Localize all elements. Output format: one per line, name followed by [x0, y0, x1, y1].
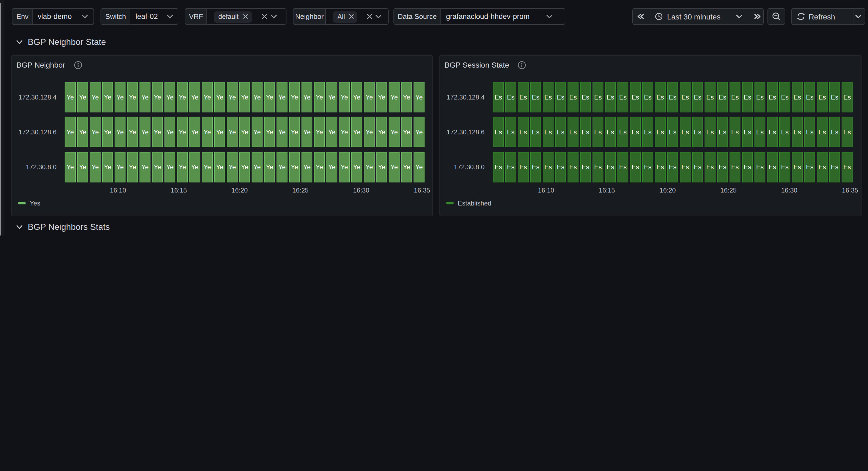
- svg-text:Es: Es: [556, 93, 564, 101]
- svg-text:Ye: Ye: [191, 163, 198, 171]
- svg-text:Es: Es: [843, 93, 851, 101]
- svg-text:Ye: Ye: [341, 128, 348, 136]
- svg-text:Es: Es: [706, 93, 714, 101]
- svg-text:Es: Es: [756, 128, 764, 136]
- svg-text:Ye: Ye: [203, 93, 211, 101]
- svg-text:Es: Es: [693, 163, 701, 171]
- svg-text:Es: Es: [793, 93, 801, 101]
- svg-text:Es: Es: [556, 163, 564, 171]
- svg-text:Ye: Ye: [278, 163, 285, 171]
- svg-text:Es: Es: [556, 128, 564, 136]
- svg-text:Es: Es: [756, 93, 764, 101]
- svg-text:Es: Es: [781, 93, 788, 101]
- svg-text:Es: Es: [706, 128, 714, 136]
- svg-text:Ye: Ye: [91, 93, 99, 101]
- svg-text:Ye: Ye: [228, 93, 236, 101]
- svg-text:Es: Es: [793, 163, 801, 171]
- svg-text:Ye: Ye: [91, 163, 99, 171]
- svg-text:Ye: Ye: [91, 128, 99, 136]
- svg-text:Ye: Ye: [129, 128, 136, 136]
- svg-text:Ye: Ye: [353, 128, 360, 136]
- svg-text:Es: Es: [743, 163, 751, 171]
- svg-text:Ye: Ye: [241, 128, 248, 136]
- svg-text:Ye: Ye: [191, 93, 198, 101]
- svg-text:Ye: Ye: [104, 128, 111, 136]
- svg-text:Es: Es: [731, 128, 739, 136]
- svg-text:Es: Es: [656, 163, 664, 171]
- svg-text:Ye: Ye: [191, 128, 198, 136]
- svg-text:172.30.128.6: 172.30.128.6: [446, 128, 484, 136]
- svg-text:16:15: 16:15: [170, 186, 187, 194]
- svg-text:Ye: Ye: [228, 163, 236, 171]
- svg-text:Es: Es: [843, 128, 851, 136]
- svg-text:Es: Es: [507, 163, 514, 171]
- svg-text:Es: Es: [781, 163, 788, 171]
- svg-text:Es: Es: [681, 93, 688, 101]
- svg-text:Es: Es: [644, 93, 651, 101]
- svg-text:Es: Es: [818, 93, 826, 101]
- svg-text:Es: Es: [818, 163, 826, 171]
- svg-text:16:30: 16:30: [781, 186, 797, 194]
- svg-text:Ye: Ye: [116, 93, 124, 101]
- svg-text:Ye: Ye: [365, 93, 373, 101]
- svg-text:Es: Es: [519, 163, 527, 171]
- svg-text:Ye: Ye: [365, 128, 373, 136]
- svg-text:Ye: Ye: [154, 93, 161, 101]
- svg-text:Es: Es: [781, 128, 788, 136]
- svg-text:Es: Es: [569, 128, 577, 136]
- svg-text:Ye: Ye: [104, 163, 111, 171]
- svg-text:Ye: Ye: [241, 163, 248, 171]
- svg-text:Ye: Ye: [266, 163, 273, 171]
- svg-text:Es: Es: [818, 128, 826, 136]
- svg-text:Es: Es: [656, 93, 664, 101]
- svg-text:Ye: Ye: [129, 163, 136, 171]
- svg-text:172.30.8.0: 172.30.8.0: [26, 163, 56, 171]
- svg-text:Es: Es: [582, 163, 589, 171]
- svg-text:Ye: Ye: [129, 93, 136, 101]
- svg-text:Es: Es: [768, 93, 776, 101]
- svg-text:16:25: 16:25: [720, 186, 736, 194]
- svg-text:Ye: Ye: [390, 163, 398, 171]
- svg-text:Es: Es: [631, 163, 639, 171]
- svg-text:172.30.128.4: 172.30.128.4: [19, 93, 56, 101]
- svg-text:Es: Es: [507, 93, 514, 101]
- svg-text:Ye: Ye: [415, 163, 423, 171]
- svg-text:Ye: Ye: [303, 163, 310, 171]
- svg-text:Ye: Ye: [178, 93, 186, 101]
- svg-text:Es: Es: [669, 128, 676, 136]
- svg-text:Es: Es: [768, 128, 776, 136]
- svg-text:Es: Es: [494, 93, 502, 101]
- svg-text:Ye: Ye: [253, 93, 260, 101]
- svg-text:Ye: Ye: [178, 128, 186, 136]
- svg-text:Es: Es: [669, 93, 676, 101]
- svg-text:Ye: Ye: [415, 93, 423, 101]
- svg-text:Es: Es: [768, 163, 776, 171]
- svg-text:16:10: 16:10: [538, 186, 554, 194]
- svg-text:16:30: 16:30: [353, 186, 369, 194]
- svg-text:Es: Es: [494, 163, 502, 171]
- svg-text:Es: Es: [519, 128, 527, 136]
- svg-text:Es: Es: [507, 128, 514, 136]
- svg-text:16:25: 16:25: [292, 186, 308, 194]
- svg-text:Ye: Ye: [216, 93, 223, 101]
- svg-text:Ye: Ye: [341, 163, 348, 171]
- svg-text:Es: Es: [607, 163, 614, 171]
- svg-text:Ye: Ye: [253, 163, 260, 171]
- svg-text:Ye: Ye: [66, 128, 73, 136]
- svg-text:Es: Es: [569, 93, 577, 101]
- svg-text:Ye: Ye: [328, 128, 335, 136]
- svg-text:Ye: Ye: [403, 93, 410, 101]
- svg-text:Es: Es: [681, 128, 688, 136]
- svg-text:Ye: Ye: [178, 163, 186, 171]
- svg-text:Ye: Ye: [403, 128, 410, 136]
- svg-text:Es: Es: [644, 128, 651, 136]
- svg-text:Es: Es: [731, 163, 739, 171]
- svg-text:Ye: Ye: [365, 163, 373, 171]
- svg-text:Ye: Ye: [116, 128, 124, 136]
- svg-text:Es: Es: [532, 128, 539, 136]
- svg-text:Es: Es: [681, 163, 688, 171]
- svg-text:Es: Es: [494, 128, 502, 136]
- svg-text:Es: Es: [544, 93, 552, 101]
- svg-text:Es: Es: [544, 163, 552, 171]
- svg-text:Ye: Ye: [378, 128, 385, 136]
